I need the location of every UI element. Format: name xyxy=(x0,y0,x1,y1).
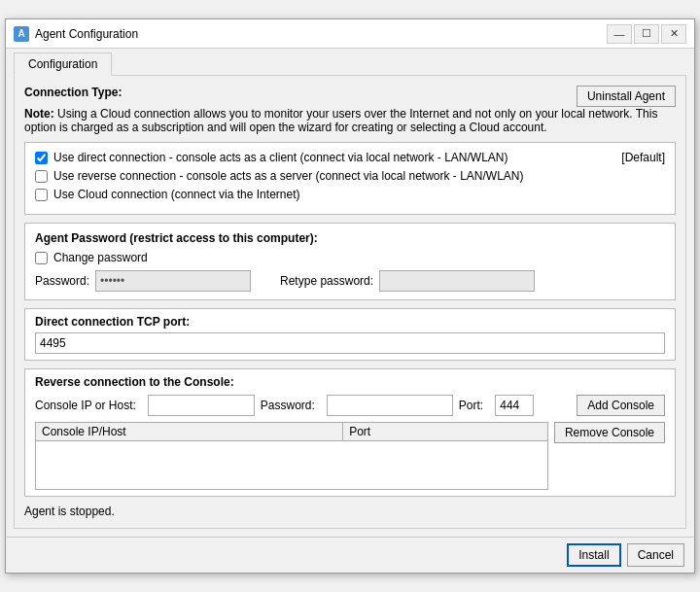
maximize-button[interactable]: ☐ xyxy=(634,24,659,44)
tcp-port-input[interactable] xyxy=(35,332,665,354)
connection-option-1-checkbox[interactable] xyxy=(35,152,48,164)
install-button[interactable]: Install xyxy=(567,543,620,567)
remove-console-button[interactable]: Remove Console xyxy=(554,422,665,443)
note-box: Note: Using a Cloud connection allows yo… xyxy=(24,107,676,134)
status-text: Agent is stopped. xyxy=(24,505,676,518)
connection-option-3-row: Use Cloud connection (connect via the In… xyxy=(35,188,665,201)
window-title: Agent Configuration xyxy=(35,27,607,41)
connection-option-1-label: Use direct connection - console acts as … xyxy=(53,151,508,164)
reverse-connection-section: Reverse connection to the Console: Conso… xyxy=(24,368,676,497)
note-text: Using a Cloud connection allows you to m… xyxy=(24,107,657,134)
table-header-port: Port xyxy=(343,423,548,441)
table-header-ip: Console IP/Host xyxy=(36,423,343,441)
agent-password-label: Agent Password (restrict access to this … xyxy=(35,231,318,245)
tab-configuration[interactable]: Configuration xyxy=(14,52,112,76)
port-label: Port: xyxy=(459,399,483,412)
tab-bar: Configuration xyxy=(6,49,694,75)
console-input-row: Console IP or Host: Password: Port: Add … xyxy=(35,395,665,416)
tcp-port-section: Direct connection TCP port: xyxy=(24,308,676,361)
reverse-table-area: Console IP/Host Port Remove Console xyxy=(35,416,665,490)
title-bar: A Agent Configuration — ☐ ✕ xyxy=(6,19,694,49)
note-bold-label: Note: xyxy=(24,107,54,121)
bottom-bar: Install Cancel xyxy=(6,537,694,573)
content-area: Connection Type: Uninstall Agent Note: U… xyxy=(14,75,686,529)
cancel-button[interactable]: Cancel xyxy=(627,543,684,567)
console-table-container: Console IP/Host Port xyxy=(35,416,548,490)
change-password-row: Change password xyxy=(35,251,665,264)
console-ip-label: Console IP or Host: xyxy=(35,399,136,412)
retype-password-label: Retype password: xyxy=(280,274,373,288)
add-console-button[interactable]: Add Console xyxy=(577,395,665,416)
uninstall-button[interactable]: Uninstall Agent xyxy=(577,86,676,107)
password-field-label: Password: xyxy=(35,274,89,288)
console-password-label: Password: xyxy=(261,399,315,412)
reverse-connection-label: Reverse connection to the Console: xyxy=(35,375,234,389)
top-row: Connection Type: Uninstall Agent xyxy=(24,86,676,107)
tcp-port-label: Direct connection TCP port: xyxy=(35,315,190,329)
change-password-label: Change password xyxy=(53,251,148,264)
app-icon: A xyxy=(14,26,29,42)
connection-option-2-checkbox[interactable] xyxy=(35,170,48,183)
connection-option-2-row: Use reverse connection - console acts as… xyxy=(35,169,665,183)
password-row: Password: Retype password: xyxy=(35,270,665,292)
table-empty-row xyxy=(36,441,548,490)
console-table: Console IP/Host Port xyxy=(35,422,548,490)
minimize-button[interactable]: — xyxy=(607,24,632,44)
console-password-input[interactable] xyxy=(327,395,453,416)
main-window: A Agent Configuration — ☐ ✕ Configuratio… xyxy=(5,18,695,574)
default-tag: [Default] xyxy=(621,151,665,164)
window-controls: — ☐ ✕ xyxy=(607,24,686,44)
password-input[interactable] xyxy=(95,270,251,292)
agent-password-section: Agent Password (restrict access to this … xyxy=(24,223,676,300)
connection-option-3-checkbox[interactable] xyxy=(35,189,48,201)
connection-options-group: Use direct connection - console acts as … xyxy=(24,142,676,215)
console-right-buttons: Remove Console xyxy=(554,422,665,443)
connection-option-2-label: Use reverse connection - console acts as… xyxy=(53,169,524,183)
retype-password-input[interactable] xyxy=(379,270,535,292)
change-password-checkbox[interactable] xyxy=(35,252,48,264)
console-ip-input[interactable] xyxy=(148,395,255,416)
port-input[interactable] xyxy=(495,395,534,416)
connection-type-label: Connection Type: xyxy=(24,86,122,99)
connection-option-1-row: Use direct connection - console acts as … xyxy=(35,151,665,164)
close-button[interactable]: ✕ xyxy=(661,24,686,44)
connection-option-3-label: Use Cloud connection (connect via the In… xyxy=(53,188,299,201)
